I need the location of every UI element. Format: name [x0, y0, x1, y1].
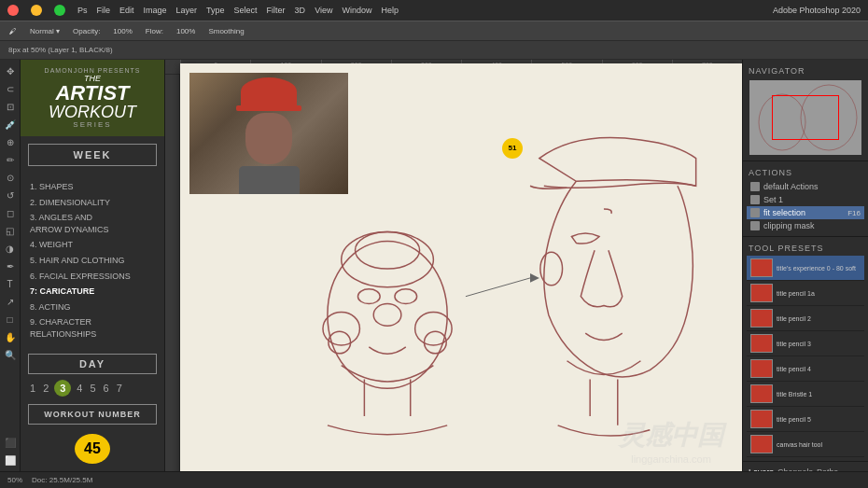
workout-number-button[interactable]: WORKOUT NUMBER [28, 404, 157, 425]
preset-swatch [750, 309, 773, 328]
history-item-default[interactable]: default Actions [747, 180, 864, 193]
day-2[interactable]: 2 [41, 381, 50, 396]
smoothing-icon[interactable]: Smoothing [204, 26, 247, 36]
menu-image[interactable]: Image [144, 6, 167, 15]
menu-type[interactable]: Type [206, 6, 225, 15]
menu-window[interactable]: Window [342, 6, 371, 15]
preset-swatch [750, 359, 773, 378]
svg-point-5 [373, 303, 401, 326]
preset-item-0[interactable]: title's experience 0 - 80 soft [747, 256, 864, 281]
menu-file[interactable]: File [97, 6, 111, 15]
day-6[interactable]: 6 [102, 381, 111, 396]
canvas-area[interactable]: 0 100 200 300 400 500 600 700 [165, 60, 742, 471]
dodge-tool[interactable]: ◑ [3, 241, 18, 256]
navigator-preview[interactable] [749, 80, 861, 155]
preset-label: title pencil 3 [777, 341, 811, 347]
history-section: Actions default Actions Set 1 fit select… [743, 161, 868, 237]
preset-item-3[interactable]: title pencil 3 [747, 331, 864, 356]
canvas-content[interactable]: 51 灵感中国 lingganchina.com [180, 75, 742, 471]
watermark-url: lingganchina.com [619, 453, 723, 465]
close-btn[interactable] [7, 5, 19, 16]
menu-select[interactable]: Select [234, 6, 258, 15]
preset-swatch [750, 410, 773, 428]
shortcut: F16 [847, 209, 861, 217]
preset-label: title pencil 4 [777, 366, 811, 372]
toolbar: 🖌 Normal ▾ Opacity: 100% Flow: 100% Smoo… [0, 21, 868, 41]
path-select-tool[interactable]: ↗ [3, 294, 18, 309]
day-3[interactable]: 3 [54, 380, 71, 397]
day-7[interactable]: 7 [115, 381, 124, 396]
history-icon [750, 221, 760, 230]
week-button[interactable]: WEEK [28, 144, 157, 166]
history-label: Set 1 [763, 195, 783, 204]
left-toolbox: ✥ ⊂ ⊡ 💉 ⊕ ✏ ⊙ ↺ ◻ ◱ ◑ ✒ T ↗ □ ✋ 🔍 ⬛ ⬜ [0, 60, 21, 471]
watermark-logo: 灵感中国 [619, 418, 723, 453]
menu-filter[interactable]: Filter [267, 6, 286, 15]
maximize-btn[interactable] [54, 5, 65, 16]
shape-tool[interactable]: □ [3, 312, 18, 327]
preset-swatch [750, 258, 773, 277]
heal-tool[interactable]: ⊕ [3, 134, 18, 149]
brand-presents: DAMONJOHN PRESENTS [28, 67, 157, 74]
crop-tool[interactable]: ⊡ [3, 99, 18, 114]
flow-value[interactable]: 100% [173, 26, 199, 36]
preset-item-4[interactable]: title pencil 4 [747, 356, 864, 382]
topic-3: 3. ANGLES ANDARROW DYNAMICS [30, 210, 155, 237]
main-area: ✥ ⊂ ⊡ 💉 ⊕ ✏ ⊙ ↺ ◻ ◱ ◑ ✒ T ↗ □ ✋ 🔍 ⬛ ⬜ DA… [0, 60, 868, 471]
history-icon [750, 182, 760, 191]
preset-item-1[interactable]: title pencil 1a [747, 281, 864, 306]
watermark: 灵感中国 lingganchina.com [619, 418, 723, 465]
clone-tool[interactable]: ⊙ [3, 170, 18, 185]
brush-tool[interactable]: ✏ [3, 152, 18, 167]
preset-item-7[interactable]: canvas hair tool [747, 432, 864, 457]
history-brush-tool[interactable]: ↺ [3, 188, 18, 202]
svg-point-0 [328, 241, 447, 388]
preset-item-5[interactable]: title Bristle 1 [747, 382, 864, 407]
topic-7: 7: CARICATURE [30, 284, 155, 300]
file-info: 8px at 50% (Layer 1, BLACK/8) [6, 46, 116, 54]
pen-tool[interactable]: ✒ [3, 258, 18, 273]
history-title: Actions [747, 165, 864, 180]
hand-tool[interactable]: ✋ [3, 329, 18, 344]
preset-swatch [750, 334, 773, 353]
svg-point-7 [395, 288, 417, 303]
preset-item-2[interactable]: title pencil 2 [747, 306, 864, 331]
lasso-tool[interactable]: ⊂ [3, 81, 18, 96]
menu-help[interactable]: Help [382, 6, 399, 15]
fg-color[interactable]: ⬛ [3, 435, 18, 450]
svg-point-1 [342, 231, 434, 286]
menu-layer[interactable]: Layer [176, 6, 198, 15]
history-icon [750, 195, 760, 204]
history-item-clip[interactable]: clipping mask [747, 219, 864, 232]
gradient-tool[interactable]: ◱ [3, 223, 18, 238]
eyedropper-tool[interactable]: 💉 [3, 117, 18, 132]
opacity-value[interactable]: 100% [109, 26, 135, 36]
mode-select[interactable]: Normal ▾ [26, 26, 63, 36]
menu-3d[interactable]: 3D [295, 6, 306, 15]
bg-color[interactable]: ⬜ [3, 453, 18, 467]
navigator-section: Navigator [743, 60, 868, 161]
menu-edit[interactable]: Edit [119, 6, 134, 15]
drawing-canvas[interactable]: 51 灵感中国 lingganchina.com [180, 63, 742, 472]
zoom-tool[interactable]: 🔍 [3, 347, 18, 362]
history-label: default Actions [763, 182, 819, 191]
history-item-set1[interactable]: Set 1 [747, 193, 864, 206]
minimize-btn[interactable] [31, 5, 42, 16]
layers-section: Layers Channels Paths ⊞ Kind ⊕ ⊞ ◑ ✥ 👁 L… [743, 462, 868, 471]
day-5[interactable]: 5 [88, 381, 97, 396]
topics-list: 1. SHAPES 2. DIMENSIONALITY 3. ANGLES AN… [21, 174, 164, 348]
day-1[interactable]: 1 [28, 381, 37, 396]
topic-1: 1. SHAPES [30, 179, 155, 195]
move-tool[interactable]: ✥ [3, 63, 18, 78]
type-tool[interactable]: T [3, 276, 18, 291]
menu-ps[interactable]: Ps [77, 6, 88, 15]
brand-area: DAMONJOHN PRESENTS THE ARTIST WORKOUT SE… [21, 60, 164, 136]
eraser-tool[interactable]: ◻ [3, 205, 18, 220]
history-item-fit[interactable]: fit selection F16 [747, 206, 864, 219]
day-4[interactable]: 4 [75, 381, 84, 396]
preset-item-6[interactable]: title pencil 5 [747, 407, 864, 432]
tool-brush-icon[interactable]: 🖌 [6, 26, 21, 36]
menu-view[interactable]: View [315, 6, 332, 15]
ruler-vertical [165, 75, 180, 471]
day-button[interactable]: DAY [28, 354, 157, 374]
